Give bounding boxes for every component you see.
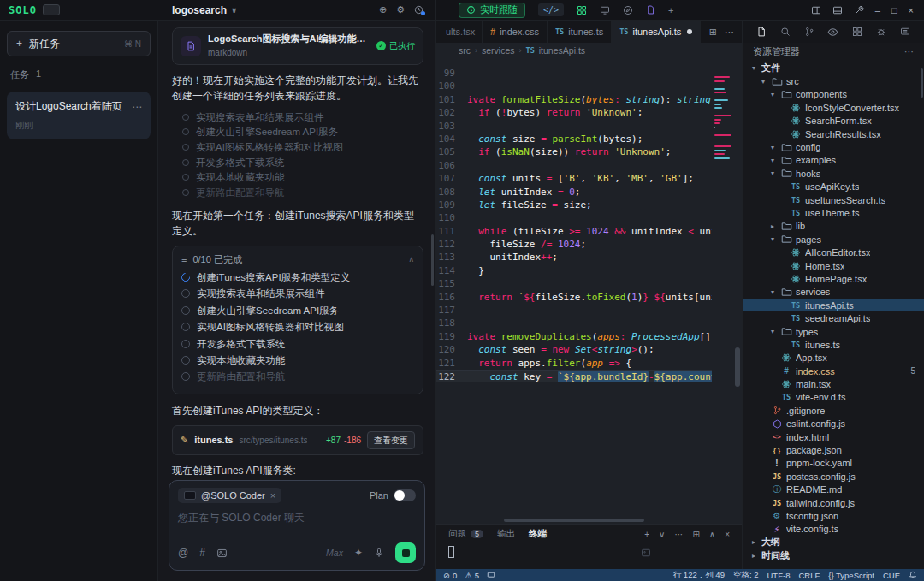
horizontal-scrollbar[interactable] [436,517,742,524]
tree-item[interactable]: ▸lib [743,220,924,233]
code-line[interactable]: 113 unitIndex++; [436,251,712,264]
code-line[interactable]: 115 [436,277,712,290]
tree-item[interactable]: eslint.config.js [743,418,924,430]
minimap[interactable] [712,58,734,517]
sparkle-icon[interactable]: ✦ [354,547,363,559]
tree-item[interactable]: JSpostcss.config.js [743,470,924,483]
tree-item[interactable]: TSuseItunesSearch.ts [743,193,924,206]
errors-indicator[interactable]: ⊘0 [443,571,457,580]
tree-item[interactable]: ▾hooks [743,167,924,180]
tree-item[interactable]: !pnpm-lock.yaml [743,457,924,470]
status-segment[interactable]: CUE [883,571,900,580]
code-line[interactable]: 117 [436,304,712,317]
tab-truncated[interactable]: ults.tsx [438,21,483,43]
tree-item[interactable]: Home.tsx [743,259,924,272]
tree-item[interactable]: TSuseApiKey.ts [743,181,924,193]
max-label[interactable]: Max [326,548,343,558]
tab-itunes-ts[interactable]: TSitunes.ts [548,21,612,43]
more-actions-icon[interactable]: ⋯ [725,27,734,38]
tree-item[interactable]: TSseedreamApi.ts [743,311,924,324]
tree-item[interactable]: ⚡vite.config.ts [743,523,924,536]
code-line[interactable]: 120 const seen = new Set<string>(); [436,343,712,356]
new-chat-icon[interactable]: ⊕ [379,4,387,15]
chat-scrollbar[interactable] [431,234,434,286]
tree-item[interactable]: ▾types [743,325,924,338]
maximize-button[interactable]: □ [891,5,897,15]
hash-icon[interactable]: # [199,547,205,559]
layout-panel-icon[interactable] [832,5,843,15]
code-editor[interactable]: 99100101ivate formatFileSize(bytes: stri… [436,58,742,517]
status-segment[interactable]: {} TypeScript [828,571,874,580]
code-line[interactable]: 111 while (fileSize >= 1024 && unitIndex… [436,225,712,238]
todo-item[interactable]: 实现AI图标风格转换器和对比视图 [181,321,414,334]
code-line[interactable]: 114 } [436,264,712,277]
mic-icon[interactable] [374,548,384,558]
status-segment[interactable]: UTF-8 [767,571,791,580]
tree-item[interactable]: TSuseTheme.ts [743,206,924,219]
screen-icon[interactable] [600,5,610,15]
tree-item[interactable]: ▾components [743,88,924,101]
code-line[interactable]: 110 [436,211,712,224]
code-line[interactable]: 112 fileSize /= 1024; [436,238,712,251]
status-segment[interactable]: CRLF [798,571,820,580]
document-icon[interactable] [646,5,655,15]
tree-section-大纲[interactable]: ▸大纲 [743,536,924,548]
tree-section-时间线[interactable]: ▸时间线 [743,548,924,561]
code-view-icon[interactable]: </> [538,3,564,16]
terminal-content[interactable] [436,543,742,569]
collapse-icon[interactable]: ∧ [408,254,414,266]
breadcrumb[interactable]: src› services› TSitunesApi.ts [436,43,742,58]
tree-item[interactable]: ▾config [743,140,924,153]
tab-itunesapi-ts[interactable]: TSitunesApi.ts [612,21,701,43]
preview-eye-icon[interactable] [827,27,838,38]
search-icon[interactable] [780,27,791,37]
chat-input-placeholder[interactable]: 您正在与 SOLO Coder 聊天 [178,511,416,542]
tree-item[interactable]: #index.css5 [743,365,924,377]
source-control-icon[interactable] [804,27,814,37]
live-follow-tab[interactable]: 实时跟随 [459,3,525,18]
terminal-tab[interactable]: 终端 [529,528,547,540]
todo-item[interactable]: 开发多格式下载系统 [181,338,414,351]
tree-item[interactable]: ▾src [743,74,924,87]
markdown-doc-card[interactable]: LogoSearch图标搜索与AI编辑功能完整实现方案 markdown ✓ 已… [172,27,424,65]
code-line[interactable]: 99 [436,67,712,80]
code-line[interactable]: 118 [436,317,712,329]
tab-index-css[interactable]: #index.css [483,21,548,43]
todo-checklist-card[interactable]: ≡ 0/10 已完成 ∧ 创建iTunes搜索API服务和类型定义实现搜索表单和… [172,246,424,394]
panel-split-icon[interactable]: ⊞ [692,530,699,539]
code-line[interactable]: 108 let unitIndex = 0; [436,186,712,199]
code-line[interactable]: 102 if (!bytes) return 'Unknown'; [436,106,712,119]
tree-item[interactable]: ⓘREADME.md [743,483,924,496]
tree-item[interactable]: ⚙tsconfig.json [743,509,924,522]
tools-wrench-icon[interactable] [854,5,864,15]
todo-item[interactable]: 创建iTunes搜索API服务和类型定义 [181,271,414,284]
code-line[interactable]: 121 return apps.filter(app => { [436,357,712,370]
code-line[interactable]: 119ivate removeDuplicates(apps: Processe… [436,330,712,343]
tree-item[interactable]: main.tsx [743,377,924,390]
code-line-current[interactable]: 122 const key = `${app.bundleId}-${app.c… [436,370,712,382]
code-line[interactable]: 105 if (isNaN(size)) return 'Unknown'; [436,145,712,158]
tree-item[interactable]: AIIconEditor.tsx [743,246,924,258]
code-line[interactable]: 101ivate formatFileSize(bytes: string): … [436,93,712,106]
editor-scrollbar[interactable] [734,58,742,517]
tree-item[interactable]: TSitunes.ts [743,338,924,351]
todo-item[interactable]: 创建火山引擎Seedream API服务 [181,305,414,317]
explorer-files-icon[interactable] [756,27,767,37]
warnings-indicator[interactable]: ⚠5 [465,571,479,580]
view-changes-button[interactable]: 查看变更 [367,431,415,449]
code-line[interactable]: 100 [436,80,712,92]
code-line[interactable]: 104 const size = parseInt(bytes); [436,133,712,145]
task-list-item[interactable]: 设计LogoSearch着陆页 ⋯ 刚刚 [7,92,151,139]
code-line[interactable]: 106 [436,159,712,172]
tree-item[interactable]: { }package.json [743,443,924,456]
file-change-row[interactable]: ✎ itunes.ts src/types/itunes.ts +87 -186… [172,425,424,455]
tree-item[interactable]: ▾examples [743,154,924,167]
layout-columns-icon[interactable] [811,5,821,15]
history-icon[interactable] [414,5,424,15]
panel-maximize-icon[interactable]: ∧ [709,530,715,539]
tree-item[interactable]: TSitunesApi.ts [743,299,924,311]
code-line[interactable]: 103 [436,120,712,133]
todo-item[interactable]: 更新路由配置和导航 [181,371,414,383]
image-icon[interactable] [216,548,228,559]
chat-input-area[interactable]: @SOLO Coder × Plan 您正在与 SOLO Coder 聊天 @ … [169,480,425,571]
